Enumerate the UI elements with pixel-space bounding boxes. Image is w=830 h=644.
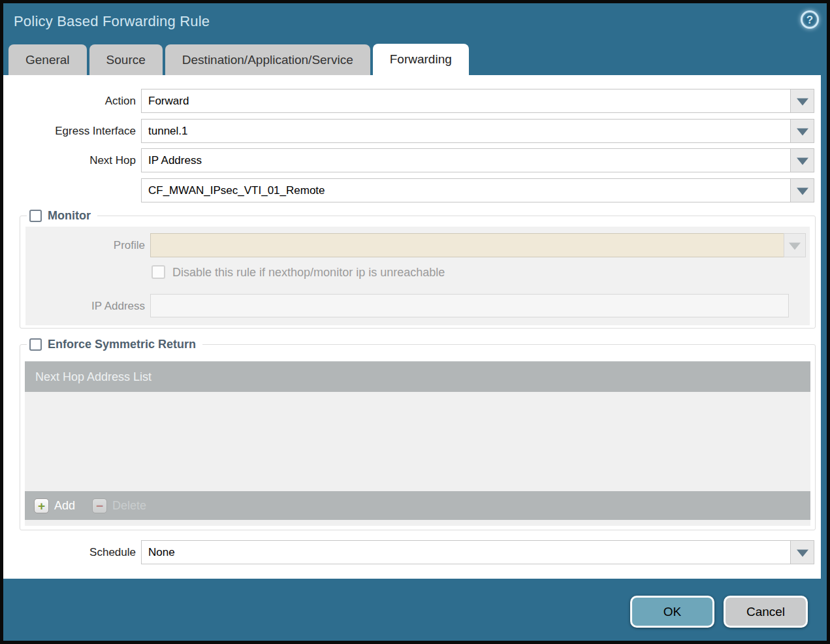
chevron-down-icon [797,157,808,165]
next-hop-label: Next Hop [5,148,136,172]
cancel-button[interactable]: Cancel [724,596,808,628]
next-hop-address-list-body[interactable] [25,392,810,491]
egress-interface-input[interactable] [141,119,791,143]
ok-button[interactable]: OK [630,596,714,628]
schedule-input[interactable] [141,540,791,564]
disable-rule-label: Disable this rule if nexthop/monitor ip … [172,265,445,280]
egress-interface-label: Egress Interface [5,119,136,143]
next-hop-address-list-toolbar: + Add − Delete [25,491,810,520]
delete-button: − Delete [92,498,146,513]
pbf-rule-dialog: Policy Based Forwarding Rule ? General S… [0,0,830,644]
profile-label: Profile [14,233,145,257]
monitor-ip-address-label: IP Address [14,294,145,318]
schedule-dropdown-button[interactable] [790,540,814,564]
tab-source[interactable]: Source [89,44,163,75]
next-hop-type-input[interactable] [141,148,791,172]
plus-icon: + [34,498,49,513]
monitor-legend: Monitor [27,207,97,224]
tab-bar: General Source Destination/Application/S… [8,44,469,75]
chevron-down-icon [797,187,808,195]
chevron-down-icon [797,549,808,556]
tab-general[interactable]: General [8,44,87,75]
next-hop-address-list-header: Next Hop Address List [25,361,810,392]
enforce-symmetric-return-checkbox[interactable] [29,338,42,351]
monitor-ip-address-input [150,294,789,317]
schedule-label: Schedule [5,540,136,564]
next-hop-address-input[interactable] [141,178,791,202]
monitor-checkbox[interactable] [29,210,42,222]
symmetric-return-section-title: Enforce Symmetric Return [48,338,196,351]
add-button-label: Add [54,499,75,513]
chevron-down-icon [789,242,801,250]
next-hop-type-dropdown-button[interactable] [790,148,814,172]
minus-icon: − [92,498,107,513]
delete-button-label: Delete [112,499,146,513]
dialog-title: Policy Based Forwarding Rule [14,13,210,30]
action-label: Action [5,89,136,113]
next-hop-address-dropdown-button[interactable] [790,178,814,202]
add-button[interactable]: + Add [34,498,75,513]
next-hop-address-list-table: Next Hop Address List + Add − Delete [25,361,810,526]
help-icon[interactable]: ? [801,10,819,29]
table-bottom-strip [25,520,810,526]
monitor-profile-input [150,233,784,257]
egress-interface-dropdown-button[interactable] [790,119,814,143]
disable-rule-checkbox [152,265,165,279]
tab-destination-application-service[interactable]: Destination/Application/Service [165,44,370,75]
monitor-section-title: Monitor [48,209,91,223]
symmetric-return-legend: Enforce Symmetric Return [27,336,202,353]
tab-forwarding[interactable]: Forwarding [373,44,469,75]
action-input[interactable] [141,89,791,113]
chevron-down-icon [797,128,808,135]
monitor-profile-dropdown-button [784,233,806,257]
forwarding-tab-panel: Action Egress Interface Next Hop Monitor [3,75,821,579]
action-dropdown-button[interactable] [790,89,814,113]
chevron-down-icon [797,98,808,105]
